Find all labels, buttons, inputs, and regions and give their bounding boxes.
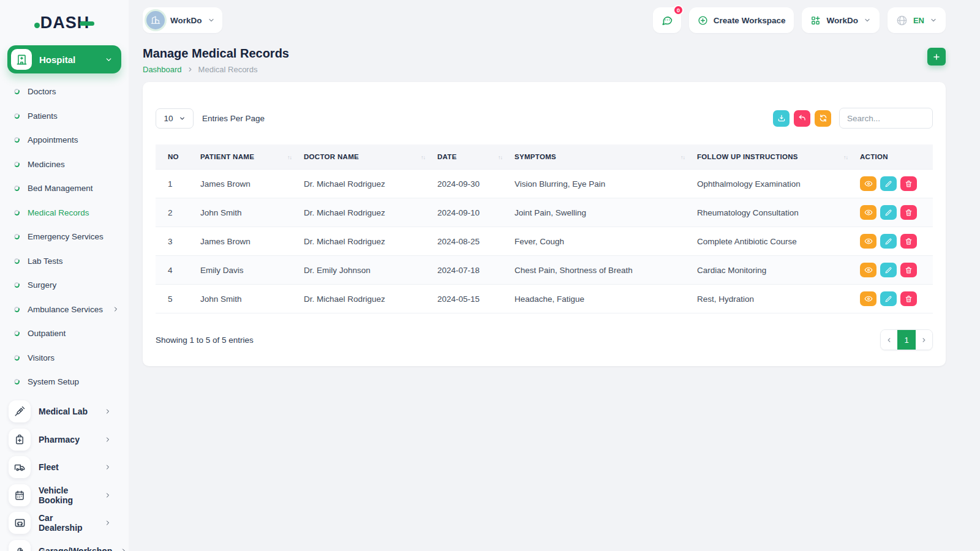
view-record-button[interactable] <box>860 291 876 306</box>
sidebar-item-medicines[interactable]: Medicines <box>7 152 121 177</box>
sidebar-item-emergency-services[interactable]: Emergency Services <box>7 225 121 249</box>
search-input[interactable] <box>839 108 933 129</box>
module-item-medical-lab[interactable]: Medical Lab <box>7 398 121 426</box>
sidebar-item-label: Medical Records <box>28 208 89 217</box>
chevron-down-icon <box>208 17 215 24</box>
edit-record-button[interactable] <box>880 263 897 277</box>
chevron-right-icon <box>187 66 194 73</box>
language-selector[interactable]: EN <box>888 7 946 33</box>
column-header-symptoms[interactable]: SYMPTOMS↑↓ <box>508 144 691 170</box>
sidebar-item-label: Outpatient <box>28 329 66 338</box>
view-record-button[interactable] <box>860 263 876 277</box>
page-title: Manage Medical Records <box>143 47 289 61</box>
refresh-icon <box>819 114 827 122</box>
delete-record-button[interactable] <box>900 291 917 306</box>
create-workspace-button[interactable]: Create Workspace <box>689 7 794 33</box>
sidebar-item-lab-tests[interactable]: Lab Tests <box>7 249 121 274</box>
sidebar-item-label: Surgery <box>28 280 56 290</box>
globe-icon <box>896 15 908 26</box>
view-record-button[interactable] <box>860 234 876 249</box>
edit-record-button[interactable] <box>880 291 897 306</box>
sort-icon[interactable]: ↑↓ <box>843 154 848 160</box>
sidebar-item-outpatient[interactable]: Outpatient <box>7 321 121 346</box>
sidebar-item-visitors[interactable]: Visitors <box>7 346 121 370</box>
sort-icon[interactable]: ↑↓ <box>498 154 502 160</box>
messages-button[interactable]: 0 <box>653 7 681 33</box>
breadcrumb-dashboard-link[interactable]: Dashboard <box>143 65 182 74</box>
sort-icon[interactable]: ↑↓ <box>287 154 292 160</box>
cell-doctor-name: Dr. Michael Rodriguez <box>298 170 431 198</box>
pagination-prev-button[interactable] <box>881 330 897 350</box>
wrench-icon <box>9 540 31 551</box>
column-header-patient-name[interactable]: PATIENT NAME↑↓ <box>194 144 298 170</box>
pencil-icon <box>884 209 892 217</box>
chevron-down-icon <box>864 17 871 24</box>
add-record-button[interactable] <box>927 48 946 66</box>
view-record-button[interactable] <box>860 205 876 220</box>
edit-record-button[interactable] <box>880 205 897 220</box>
bullet-circle-icon <box>13 306 20 312</box>
cell-date: 2024-09-10 <box>431 198 508 227</box>
chevron-right-icon <box>104 519 111 527</box>
refresh-button[interactable] <box>815 110 831 127</box>
sidebar-item-surgery[interactable]: Surgery <box>7 273 121 298</box>
delete-record-button[interactable] <box>900 263 917 277</box>
chevron-down-icon <box>930 17 937 24</box>
bullet-circle-icon <box>13 354 20 361</box>
language-label: EN <box>913 16 924 25</box>
sidebar-item-ambulance-services[interactable]: Ambulance Services <box>7 298 121 322</box>
export-download-button[interactable] <box>773 110 790 127</box>
workspace-switcher[interactable]: WorkDo <box>143 7 222 33</box>
column-header-date[interactable]: DATE↑↓ <box>431 144 508 170</box>
delete-record-button[interactable] <box>900 176 917 191</box>
cell-patient-name: John Smith <box>194 198 298 227</box>
sidebar-item-bed-management[interactable]: Bed Management <box>7 176 121 201</box>
active-module-button[interactable]: Hospital <box>7 45 121 73</box>
sidebar-item-system-setup[interactable]: System Setup <box>7 370 121 394</box>
column-header-follow-up-instructions[interactable]: FOLLOW UP INSTRUCTIONS↑↓ <box>691 144 854 170</box>
module-item-vehicle-booking[interactable]: Vehicle Booking <box>7 481 121 509</box>
sidebar-item-doctors[interactable]: Doctors <box>7 80 121 104</box>
pagination-next-button[interactable] <box>916 330 932 350</box>
module-item-pharmacy[interactable]: Pharmacy <box>7 425 121 454</box>
delete-record-button[interactable] <box>900 205 917 220</box>
column-header-doctor-name[interactable]: DOCTOR NAME↑↓ <box>298 144 431 170</box>
sidebar-item-patients[interactable]: Patients <box>7 104 121 129</box>
modules-menu: Medical Lab Pharmacy Fleet Vehicle Booki… <box>7 398 121 551</box>
cell-patient-name: John Smith <box>194 285 298 313</box>
create-workspace-label: Create Workspace <box>714 16 786 25</box>
module-item-garage-workshop[interactable]: Garage/Workshop <box>7 537 121 551</box>
view-record-button[interactable] <box>860 176 876 191</box>
sort-icon[interactable]: ↑↓ <box>421 154 425 160</box>
pagination: 1 <box>880 329 933 350</box>
bullet-circle-icon <box>13 282 20 288</box>
pharmacy-icon <box>9 429 31 451</box>
active-module-label: Hospital <box>39 54 75 65</box>
workdo-menu-label: WorkDo <box>826 16 858 25</box>
table-row: 2 John Smith Dr. Michael Rodriguez 2024-… <box>156 198 933 227</box>
module-item-car-dealership[interactable]: Car Dealership <box>7 509 121 538</box>
reset-button[interactable] <box>794 110 810 127</box>
sidebar-item-medical-records[interactable]: Medical Records <box>7 201 121 225</box>
topbar: WorkDo 0 Create Workspace <box>143 0 946 36</box>
edit-record-button[interactable] <box>880 176 897 191</box>
page-head: Manage Medical Records Dashboard Medical… <box>143 43 946 74</box>
cell-date: 2024-09-30 <box>431 170 508 198</box>
logo-dash-icon <box>80 21 94 26</box>
apps-grid-icon <box>810 15 821 26</box>
syringe-icon <box>9 400 31 422</box>
edit-record-button[interactable] <box>880 234 897 249</box>
workdo-menu-button[interactable]: WorkDo <box>802 7 880 33</box>
entries-per-page-select[interactable]: 10 <box>156 108 194 129</box>
sidebar-item-appointments[interactable]: Appointments <box>7 128 121 152</box>
module-item-fleet[interactable]: Fleet <box>7 454 121 482</box>
brand-logo[interactable]: DASH <box>7 9 121 37</box>
delete-record-button[interactable] <box>900 234 917 249</box>
undo-arrow-icon <box>798 114 807 122</box>
sort-icon[interactable]: ↑↓ <box>680 154 685 160</box>
module-item-label: Medical Lab <box>39 407 88 416</box>
plus-icon <box>932 53 941 61</box>
cell-symptoms: Headache, Fatigue <box>508 285 691 313</box>
cell-no: 2 <box>156 198 194 227</box>
pagination-page-1[interactable]: 1 <box>897 330 916 350</box>
